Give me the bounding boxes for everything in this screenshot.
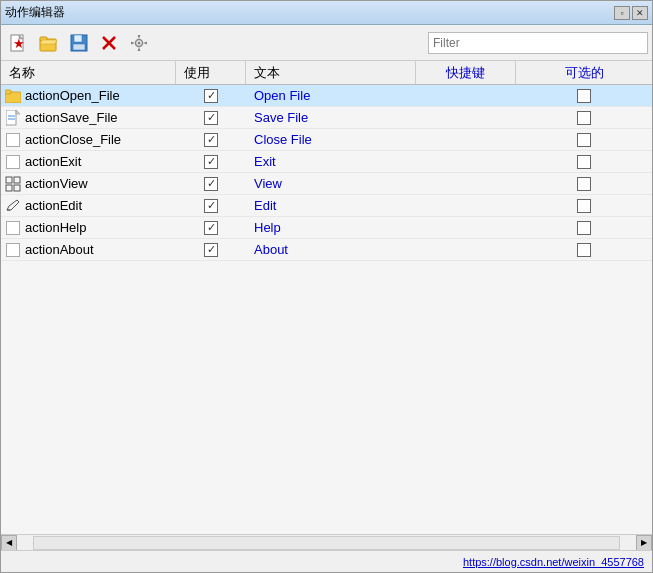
use-checkbox-5[interactable]: ✓ <box>204 199 218 213</box>
table-header: 名称 使用 文本 快捷键 可选的 <box>1 61 652 85</box>
status-url: https://blog.csdn.net/weixin_4557768 <box>463 556 644 568</box>
file-icon <box>5 110 21 126</box>
optional-checkbox-7[interactable] <box>577 243 591 257</box>
table-row[interactable]: actionExit ✓ Exit <box>1 151 652 173</box>
row-text-0: Open File <box>246 88 416 103</box>
scrollbar-track[interactable] <box>33 536 620 550</box>
new-icon: ★ <box>9 33 29 53</box>
blank-icon-6 <box>5 220 21 236</box>
toolbar: ★ <box>1 25 652 61</box>
svg-rect-20 <box>14 177 20 183</box>
open-button[interactable] <box>35 29 63 57</box>
use-checkbox-3[interactable]: ✓ <box>204 155 218 169</box>
blank-icon-3 <box>5 154 21 170</box>
row-text-5: Edit <box>246 198 416 213</box>
row-optional-4[interactable] <box>516 177 652 191</box>
table-body: actionOpen_File ✓ Open File <box>1 85 652 534</box>
row-name-3: actionExit <box>1 154 176 170</box>
open-icon <box>39 34 59 52</box>
row-use-7[interactable]: ✓ <box>176 243 246 257</box>
optional-checkbox-0[interactable] <box>577 89 591 103</box>
delete-button[interactable] <box>95 29 123 57</box>
close-button[interactable]: ✕ <box>632 6 648 20</box>
optional-checkbox-6[interactable] <box>577 221 591 235</box>
col-header-optional: 可选的 <box>516 61 652 84</box>
svg-rect-22 <box>14 185 20 191</box>
table-row[interactable]: actionHelp ✓ Help <box>1 217 652 239</box>
svg-rect-21 <box>6 185 12 191</box>
col-header-use: 使用 <box>176 61 246 84</box>
row-text-6: Help <box>246 220 416 235</box>
optional-checkbox-1[interactable] <box>577 111 591 125</box>
edit-icon <box>5 198 21 214</box>
table-row[interactable]: actionClose_File ✓ Close File <box>1 129 652 151</box>
use-checkbox-1[interactable]: ✓ <box>204 111 218 125</box>
blank-icon-7 <box>5 242 21 258</box>
grid-icon <box>5 176 21 192</box>
filter-input[interactable] <box>428 32 648 54</box>
main-window: 动作编辑器 ▫ ✕ ★ <box>0 0 653 573</box>
row-optional-6[interactable] <box>516 221 652 235</box>
col-header-name: 名称 <box>1 61 176 84</box>
row-text-3: Exit <box>246 154 416 169</box>
optional-checkbox-3[interactable] <box>577 155 591 169</box>
table-container: 名称 使用 文本 快捷键 可选的 actionOpen_File <box>1 61 652 534</box>
svg-point-12 <box>138 41 141 44</box>
table-row[interactable]: actionSave_File ✓ Save File <box>1 107 652 129</box>
svg-rect-7 <box>74 35 82 42</box>
save-icon <box>70 34 88 52</box>
window-title: 动作编辑器 <box>5 4 65 21</box>
use-checkbox-2[interactable]: ✓ <box>204 133 218 147</box>
row-optional-5[interactable] <box>516 199 652 213</box>
new-action-button[interactable]: ★ <box>5 29 33 57</box>
svg-rect-19 <box>6 177 12 183</box>
delete-icon <box>100 34 118 52</box>
row-use-6[interactable]: ✓ <box>176 221 246 235</box>
svg-marker-16 <box>16 110 20 114</box>
row-optional-0[interactable] <box>516 89 652 103</box>
row-use-2[interactable]: ✓ <box>176 133 246 147</box>
row-use-1[interactable]: ✓ <box>176 111 246 125</box>
row-text-1: Save File <box>246 110 416 125</box>
row-name-6: actionHelp <box>1 220 176 236</box>
settings-icon <box>130 34 148 52</box>
horizontal-scrollbar[interactable]: ◀ ▶ <box>1 534 652 550</box>
svg-text:★: ★ <box>13 36 25 51</box>
settings-button[interactable] <box>125 29 153 57</box>
row-use-4[interactable]: ✓ <box>176 177 246 191</box>
restore-button[interactable]: ▫ <box>614 6 630 20</box>
table-row[interactable]: actionEdit ✓ Edit <box>1 195 652 217</box>
row-use-0[interactable]: ✓ <box>176 89 246 103</box>
optional-checkbox-5[interactable] <box>577 199 591 213</box>
blank-icon-2 <box>5 132 21 148</box>
use-checkbox-0[interactable]: ✓ <box>204 89 218 103</box>
svg-rect-8 <box>73 44 85 50</box>
table-row[interactable]: actionAbout ✓ About <box>1 239 652 261</box>
table-row[interactable]: actionOpen_File ✓ Open File <box>1 85 652 107</box>
svg-rect-14 <box>5 90 11 94</box>
row-name-4: actionView <box>1 176 176 192</box>
col-header-shortcut: 快捷键 <box>416 61 516 84</box>
row-optional-1[interactable] <box>516 111 652 125</box>
row-text-4: View <box>246 176 416 191</box>
title-bar: 动作编辑器 ▫ ✕ <box>1 1 652 25</box>
row-name-7: actionAbout <box>1 242 176 258</box>
row-use-5[interactable]: ✓ <box>176 199 246 213</box>
use-checkbox-4[interactable]: ✓ <box>204 177 218 191</box>
row-optional-7[interactable] <box>516 243 652 257</box>
row-optional-2[interactable] <box>516 133 652 147</box>
row-use-3[interactable]: ✓ <box>176 155 246 169</box>
title-buttons: ▫ ✕ <box>614 6 648 20</box>
optional-checkbox-4[interactable] <box>577 177 591 191</box>
optional-checkbox-2[interactable] <box>577 133 591 147</box>
filter-area <box>428 32 648 54</box>
scroll-left-button[interactable]: ◀ <box>1 535 17 551</box>
save-button[interactable] <box>65 29 93 57</box>
use-checkbox-6[interactable]: ✓ <box>204 221 218 235</box>
folder-icon <box>5 88 21 104</box>
svg-rect-15 <box>6 110 16 125</box>
row-optional-3[interactable] <box>516 155 652 169</box>
scroll-right-button[interactable]: ▶ <box>636 535 652 551</box>
use-checkbox-7[interactable]: ✓ <box>204 243 218 257</box>
table-row[interactable]: actionView ✓ View <box>1 173 652 195</box>
